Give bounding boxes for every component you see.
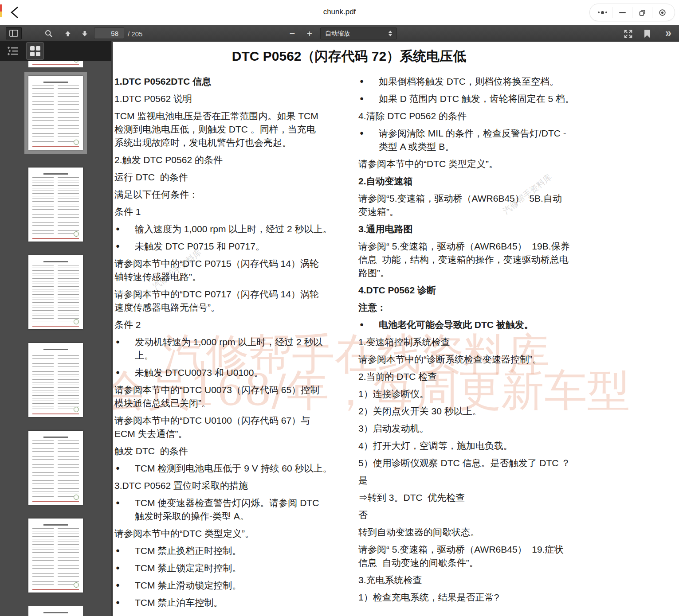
- sidebar-toggle-icon: [9, 30, 18, 37]
- pdf-viewer-area: 汽修帮手在线资料库 会员168/年，每周更新车型 汽修帮手资料库 汽修帮手资料库…: [112, 41, 679, 616]
- doc-paragraph: 注意：: [358, 301, 586, 314]
- thumbnail-stamp-icon: [74, 582, 79, 588]
- thumbnail-title-line: [43, 437, 67, 438]
- doc-paragraph: 1.DTC P0562DTC 信息: [114, 75, 342, 88]
- bookmark-button[interactable]: [641, 27, 653, 40]
- minimize-button[interactable]: [612, 4, 632, 21]
- page-thumbnail[interactable]: [28, 519, 83, 593]
- next-page-button[interactable]: [78, 27, 91, 40]
- doc-paragraph: 1）连接诊断仪。: [358, 387, 586, 401]
- doc-line: 系统出现故障时，发电机警告灯也会亮起。: [114, 136, 342, 149]
- doc-line: 请参阅本节中的“DTC P0715（闪存代码 14）涡轮: [114, 257, 342, 270]
- doc-paragraph: 请参阅本节中的“DTC U0100（闪存代码 67）与ECM 失去通信”。: [114, 414, 342, 441]
- doc-paragraph: 3.充电系统检查: [358, 573, 586, 587]
- sidebar-toggle-button[interactable]: [6, 27, 22, 39]
- thumbnail-stamp-icon: [74, 407, 79, 412]
- thumbnail-stamp-icon: [74, 495, 79, 500]
- doc-line: 5）使用诊断仪观察 DTC 信息。是否触发了 DTC ？: [358, 456, 586, 470]
- toolbar-overflow-button[interactable]: »: [661, 26, 676, 39]
- doc-line: TCM 检测到电池电压低于 9 V 持续 60 秒以上。: [114, 462, 342, 475]
- select-spinner-icon: [389, 31, 392, 36]
- zoom-out-button[interactable]: −: [286, 27, 298, 40]
- page-thumbnail[interactable]: [28, 168, 83, 242]
- doc-line: 请参阅“ 5.变速箱，驱动桥（AWR6B45） 19B.保养: [358, 240, 586, 253]
- doc-line: 速度传感器电路无信号”。: [114, 301, 342, 314]
- thumbnail-stamp-icon: [74, 319, 79, 324]
- doc-line: 否: [358, 508, 586, 522]
- thumbnail-title-line: [43, 612, 67, 613]
- doc-line: 1.DTC P0562 说明: [114, 92, 342, 105]
- thumbnail-title-line: [43, 261, 67, 262]
- sidebar-header: [0, 41, 111, 61]
- doc-line: 如果 D 范围内 DTC 触发，齿轮将固定在 5 档。: [358, 92, 586, 105]
- page-thumbnail[interactable]: [28, 343, 83, 417]
- close-target-button[interactable]: [652, 4, 672, 21]
- more-options-button[interactable]: [593, 4, 612, 21]
- bookmark-icon: [644, 30, 650, 38]
- doc-line: 模块通信总线已关闭”。: [114, 397, 342, 410]
- doc-paragraph: 1）检查充电系统，结果是否正常?: [358, 591, 586, 604]
- previous-page-button[interactable]: [62, 27, 74, 40]
- zoom-select[interactable]: 自动缩放: [320, 27, 397, 39]
- doc-paragraph: 否: [358, 508, 586, 522]
- page-thumbnail[interactable]: [28, 61, 83, 67]
- doc-line: 如果倒档将触发 DTC，则档位将换至空档。: [358, 75, 586, 88]
- doc-paragraph: 未触发 DTC P0715 和 P0717。: [114, 240, 342, 253]
- document-right-column: 如果倒档将触发 DTC，则档位将换至空档。如果 D 范围内 DTC 触发，齿轮将…: [358, 75, 586, 608]
- more-icon: [598, 11, 607, 14]
- page-thumbnail[interactable]: [28, 606, 83, 616]
- restore-window-button[interactable]: [632, 4, 652, 21]
- target-circle-icon: [658, 8, 667, 17]
- fullscreen-arrows-icon: [624, 29, 633, 39]
- thumbnail-sidebar: [0, 41, 112, 616]
- doc-line: 是: [358, 474, 586, 487]
- doc-line: 请参阅清除 MIL 的条件，检查反警告灯/DTC -: [358, 127, 586, 140]
- doc-paragraph: 电池老化可能会导致此 DTC 被触发。: [358, 318, 586, 331]
- doc-paragraph: 4.DTC P0562 诊断: [358, 284, 586, 297]
- arrow-up-icon: [65, 31, 71, 37]
- doc-line: 运行 DTC 的条件: [114, 171, 342, 184]
- doc-line: 路图”。: [358, 266, 586, 280]
- doc-line: 触发 DTC 的条件: [114, 444, 342, 458]
- pdf-page: 汽修帮手在线资料库 会员168/年，每周更新车型 汽修帮手资料库 汽修帮手资料库…: [113, 42, 679, 616]
- thumbnail-page: [28, 255, 83, 329]
- doc-paragraph: TCM 禁止换档正时控制。: [114, 544, 342, 558]
- doc-line: 3）启动发动机。: [358, 422, 586, 435]
- document-left-column: 1.DTC P0562DTC 信息1.DTC P0562 说明TCM 监视电池电…: [114, 75, 342, 613]
- doc-paragraph: ⇒转到 3。DTC 优先检查: [358, 491, 586, 504]
- doc-line: ECM 失去通信”。: [114, 427, 342, 441]
- doc-paragraph: TCM 禁止锁定定时控制。: [114, 561, 342, 575]
- doc-paragraph: 是: [358, 474, 586, 487]
- outline-icon: [7, 46, 19, 56]
- doc-paragraph: 未触发 DTCU0073 和 U0100。: [114, 366, 342, 379]
- doc-paragraph: 触发 DTC 的条件: [114, 444, 342, 458]
- doc-paragraph: TCM 禁止泊车控制。: [114, 596, 342, 609]
- doc-line: 3.充电系统检查: [358, 573, 586, 587]
- page-thumbnail[interactable]: [28, 431, 83, 505]
- doc-paragraph: 请参阅本节中的“诊断系统检查变速器控制”。: [358, 353, 586, 366]
- title-bar: chunk.pdf: [0, 0, 679, 25]
- doc-line: 1）连接诊断仪。: [358, 387, 586, 401]
- doc-paragraph: 请参阅本节中的“DTC 类型定义”。: [114, 527, 342, 540]
- doc-line: 未触发 DTC P0715 和 P0717。: [114, 240, 342, 253]
- doc-line: 1）检查充电系统，结果是否正常?: [358, 591, 586, 604]
- zoom-in-button[interactable]: +: [303, 27, 316, 40]
- doc-paragraph: 5）使用诊断仪观察 DTC 信息。是否触发了 DTC ？: [358, 456, 586, 470]
- window-title: chunk.pdf: [0, 8, 679, 16]
- presentation-mode-button[interactable]: [621, 27, 635, 40]
- doc-paragraph: 2.触发 DTC P0562 的条件: [114, 153, 342, 167]
- page-thumbnail-selected[interactable]: [24, 72, 87, 154]
- doc-line: 信息 功能，结构，变速箱的操作，变速驱动桥总电: [358, 253, 586, 266]
- doc-line: 发动机转速为 1,000 rpm 以上时，经过 2 秒以: [114, 335, 342, 349]
- page-number-input[interactable]: [94, 27, 124, 39]
- search-button[interactable]: [43, 27, 55, 40]
- thumbnail-title-line: [43, 82, 67, 83]
- doc-line: 请参阅本节中的“DTC 类型定义”。: [358, 157, 586, 171]
- thumbnails-view-button[interactable]: [26, 42, 44, 60]
- outline-view-button[interactable]: [5, 45, 20, 58]
- minimize-icon: [619, 12, 626, 13]
- page-thumbnail[interactable]: [28, 255, 83, 329]
- thumbnail-title-line: [43, 524, 67, 526]
- doc-line: 4.DTC P0562 诊断: [358, 284, 586, 297]
- pdf-toolbar: / 205 − + 自动缩放 »: [0, 25, 679, 41]
